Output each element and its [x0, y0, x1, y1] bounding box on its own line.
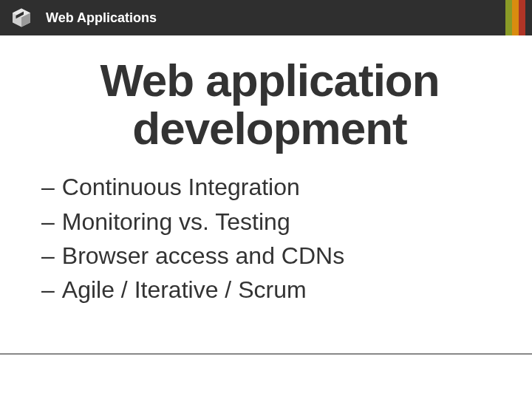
stripe-1	[505, 0, 512, 35]
dash-icon: –	[41, 170, 55, 204]
bullet-text: Continuous Integration	[62, 170, 300, 204]
list-item: – Continuous Integration	[41, 170, 502, 204]
list-item: – Agile / Iterative / Scrum	[41, 273, 502, 307]
stripe-4	[525, 0, 532, 35]
dash-icon: –	[41, 273, 55, 307]
divider	[0, 353, 532, 355]
bullet-list: – Continuous Integration – Monitoring vs…	[37, 170, 502, 307]
slide-title: Web application development	[44, 56, 495, 152]
dash-icon: –	[41, 239, 55, 273]
header-stripes	[505, 0, 532, 35]
slide: Web Applications Web application develop…	[0, 0, 532, 399]
slide-body: Web application development – Continuous…	[0, 35, 532, 307]
list-item: – Browser access and CDNs	[41, 239, 502, 273]
header-title: Web Applications	[46, 10, 157, 26]
slide-header: Web Applications	[0, 0, 532, 35]
logo-icon	[10, 7, 33, 29]
stripe-2	[512, 0, 519, 35]
bullet-text: Browser access and CDNs	[62, 239, 344, 273]
stripe-3	[519, 0, 525, 35]
list-item: – Monitoring vs. Testing	[41, 205, 502, 239]
bullet-text: Agile / Iterative / Scrum	[62, 273, 307, 307]
bullet-text: Monitoring vs. Testing	[62, 205, 290, 239]
dash-icon: –	[41, 205, 55, 239]
